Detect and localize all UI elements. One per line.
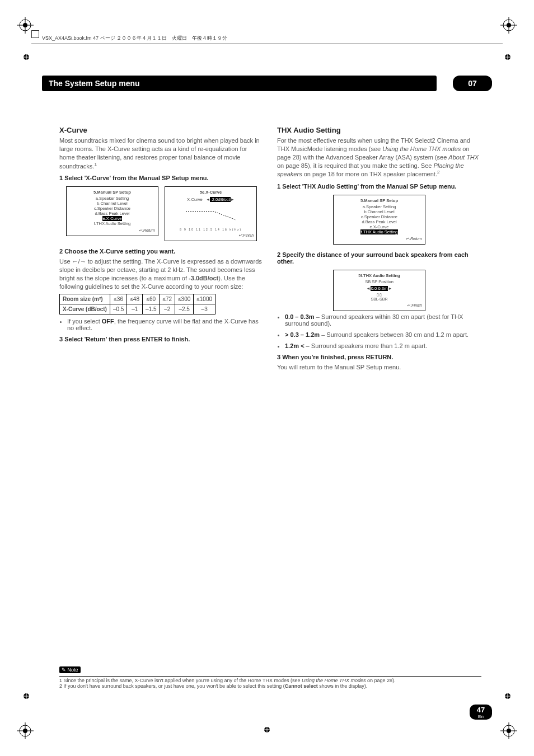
- xcurve-heading: X-Curve: [59, 126, 264, 134]
- bold-text: Cannot select: [285, 683, 318, 689]
- xcurve-notes: If you select OFF, the frequency curve w…: [67, 318, 264, 331]
- menu-item-selected: e.X-Curve: [102, 216, 123, 221]
- menu-item: c.Speaker Distance: [336, 214, 422, 219]
- list-item: 1.2m < – Surround speakers more than 1.2…: [285, 342, 481, 349]
- body-text: 1 Since the principal is the same, X-Cur…: [59, 678, 302, 683]
- list-item: 0.0 – 0.3m – Surround speakers within 30…: [285, 313, 481, 327]
- menu-item: e.X-Curve: [336, 224, 422, 229]
- menu-finish: ↵:Finish: [168, 233, 254, 238]
- table-cell: ≤36: [110, 294, 127, 304]
- menu-finish: ↵:Finish: [336, 303, 422, 308]
- bold-text: -3.0dB/oct: [189, 275, 218, 281]
- footnote-ref-1: 1: [94, 162, 96, 167]
- menu-sub: SB SP Position: [336, 279, 422, 284]
- xcurve-label: X-Curve: [187, 197, 203, 202]
- menu-screenshot-row: 5.Manual SP Setup a.Speaker Setting b.Ch…: [277, 192, 481, 247]
- table-row: X-Curve (dB/oct) –0.5 –1 –1.5 –2 –2.5 –3: [60, 304, 216, 314]
- speaker-diagram: ▯ ▯SBL-SBR: [336, 293, 422, 301]
- xcurve-intro: Most soundtracks mixed for cinema sound …: [59, 137, 264, 170]
- crosshair-icon: [504, 53, 512, 61]
- table-cell: –2.5: [175, 304, 194, 314]
- menu-screenshot-row-2: 5f.THX Audio Setting SB SP Position ◄0.0…: [277, 267, 481, 313]
- menu-item-selected: f.THX Audio Setting: [360, 229, 398, 234]
- thx-step2: 2 Specify the distance of your surround …: [277, 251, 481, 265]
- manual-sp-setup-menu: 5.Manual SP Setup a.Speaker Setting b.Ch…: [66, 186, 158, 236]
- footnotes: ✎ Note 1 Since the principal is the same…: [59, 666, 481, 689]
- thx-step3: 3 When you're finished, press RETURN.: [277, 354, 481, 360]
- right-column: THX Audio Setting For the most effective…: [277, 126, 481, 375]
- footnote-1: 1 Since the principal is the same, X-Cur…: [59, 678, 481, 683]
- left-column: X-Curve Most soundtracks mixed for cinem…: [59, 126, 264, 345]
- xcurve-table: Room size (m²) ≤36 ≤48 ≤60 ≤72 ≤300 ≤100…: [59, 294, 216, 314]
- xcurve-graph: [183, 203, 239, 226]
- menu-item: d.Bass Peak Level: [336, 219, 422, 224]
- table-cell: ≤60: [143, 294, 160, 304]
- table-cell: –1: [127, 304, 143, 314]
- table-cell: –0.5: [110, 304, 127, 314]
- page-lang: En: [470, 714, 492, 719]
- table-cell: ≤72: [160, 294, 175, 304]
- table-cell: –1.5: [143, 304, 160, 314]
- menu-item: d.Bass Peak Level: [69, 211, 155, 216]
- list-item: > 0.3 – 1.2m – Surround speakers between…: [285, 331, 481, 338]
- xcurve-axis: 8 9 10 11 12.5 14 16 k(Hz): [168, 228, 254, 231]
- thx-step3-body: You will return to the Manual SP Setup m…: [277, 363, 481, 372]
- italic-text: About THX: [448, 154, 479, 161]
- menu-header: 5e.X-Curve: [168, 190, 254, 195]
- xcurve-step1: 1 Select 'X-Curve' from the Manual SP Se…: [59, 175, 264, 181]
- xcurve-step2: 2 Choose the X-Curve setting you want.: [59, 248, 264, 255]
- body-text: on page 18 for more on THX speaker place…: [302, 171, 437, 177]
- table-header: X-Curve (dB/oct): [60, 304, 110, 314]
- table-cell: ≤48: [127, 294, 143, 304]
- body-text: shows in the display).: [318, 683, 368, 689]
- body-text: – Surround speakers between 30 cm and 1.…: [320, 331, 469, 338]
- registration-mark-bl: [17, 722, 34, 739]
- thx-intro: For the most effective results when usin…: [277, 137, 481, 179]
- sb-position-value: 0.0-0.3m: [371, 286, 388, 291]
- body-text: If you select: [67, 318, 102, 325]
- menu-header: 5f.THX Audio Setting: [336, 273, 422, 278]
- menu-item: b.Channel Level: [336, 209, 422, 214]
- table-header: Room size (m²): [60, 294, 110, 304]
- menu-header: 5.Manual SP Setup: [69, 190, 155, 195]
- body-text: on page 28).: [366, 678, 396, 683]
- menu-item: b.Channel Level: [69, 201, 155, 206]
- menu-item: c.Speaker Distance: [69, 206, 155, 211]
- table-cell: ≤300: [175, 294, 194, 304]
- list-item: If you select OFF, the frequency curve w…: [67, 318, 264, 331]
- chapter-title: The System Setup menu: [42, 76, 437, 91]
- xcurve-step3: 3 Select 'Return' then press ENTER to fi…: [59, 336, 264, 342]
- italic-text: Using the Home THX modes: [382, 145, 461, 152]
- footnote-ref-2: 2: [437, 170, 439, 175]
- body-text: – Surround speakers more than 1.2 m apar…: [305, 342, 428, 349]
- page-number-badge: 47 En: [470, 705, 492, 720]
- thx-step1: 1 Select 'THX Audio Setting' from the Ma…: [277, 183, 481, 190]
- registration-mark-tr: [500, 17, 517, 34]
- bold-text: OFF: [102, 318, 114, 325]
- xcurve-value: -2.0dB/oct: [210, 197, 230, 202]
- menu-screenshots-row: 5.Manual SP Setup a.Speaker Setting b.Ch…: [59, 184, 264, 243]
- crosshair-icon: [22, 692, 30, 700]
- menu-item: a.Speaker Setting: [336, 204, 422, 209]
- page-number: 47: [470, 706, 492, 714]
- note-badge: ✎ Note: [59, 666, 81, 673]
- bold-text: > 0.3 – 1.2m: [285, 331, 320, 338]
- chapter-number: 07: [453, 76, 492, 91]
- footnote-2: 2 If you don't have surround back speake…: [59, 683, 481, 689]
- menu-item: a.Speaker Setting: [69, 196, 155, 201]
- thx-distance-options: 0.0 – 0.3m – Surround speakers within 30…: [285, 313, 481, 349]
- thx-audio-setting-menu: 5f.THX Audio Setting SB SP Position ◄0.0…: [333, 270, 425, 311]
- note-label: Note: [68, 667, 78, 673]
- xcurve-step2-body: Use ←/→ to adjust the setting. The X-Cur…: [59, 257, 264, 290]
- menu-return: ↵:Return: [69, 228, 155, 233]
- body-text: on page 85), it is required that you mak…: [277, 162, 433, 169]
- table-cell: –3: [194, 304, 216, 314]
- header-filename: VSX_AX4ASi.book.fm 47 ページ ２００６年４月１１日 火曜日…: [42, 35, 227, 42]
- menu-header: 5.Manual SP Setup: [336, 198, 422, 203]
- registration-mark-br: [500, 722, 517, 739]
- bold-text: 1.2m <: [285, 342, 305, 349]
- xcurve-value-menu: 5e.X-Curve X-Curve ◄-2.0dB/oct► 8 9 10 1…: [165, 186, 257, 241]
- header-rule: [31, 44, 503, 44]
- menu-return: ↵:Return: [336, 237, 422, 241]
- italic-text: Using the Home THX modes: [302, 678, 366, 683]
